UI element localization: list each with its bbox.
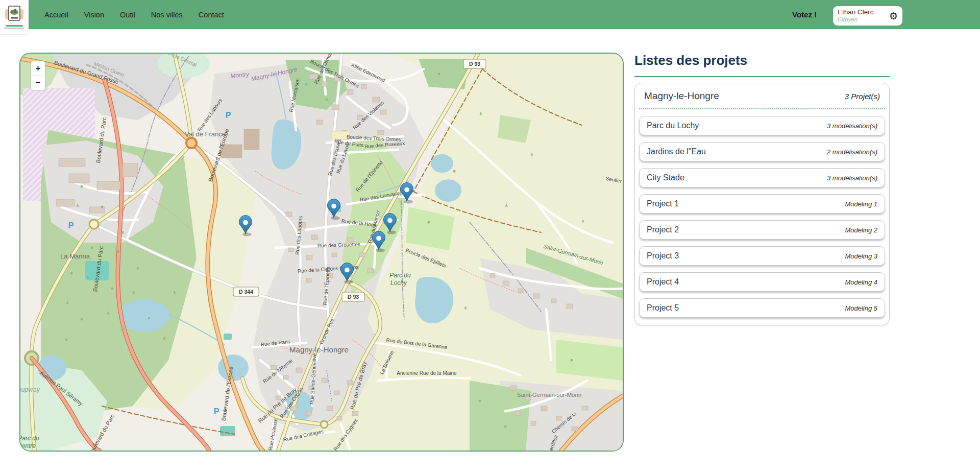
zoom-in-button[interactable]: + (31, 61, 45, 76)
map-label: Magny-le-Hongre (289, 345, 349, 354)
nav-item-accueil[interactable]: Accueil (44, 11, 68, 19)
project-row[interactable]: Project 5 Modeling 5 (639, 298, 885, 318)
project-row[interactable]: Parc du Lochy 3 modélisation(s) (639, 116, 885, 135)
project-row[interactable]: Jardins de l"Eau 2 modélisation(s) (639, 142, 885, 161)
parking-icon: P (214, 407, 219, 416)
project-name: Project 2 (647, 225, 679, 234)
project-name: Project 1 (647, 199, 679, 208)
project-name: Project 5 (647, 303, 679, 313)
project-meta: 2 modélisation(s) (827, 148, 877, 156)
project-name: Project 4 (647, 277, 679, 287)
map[interactable]: + − (19, 53, 624, 452)
project-meta: 3 modélisation(s) (827, 122, 877, 130)
map-label: Coupvray (20, 386, 40, 393)
nav-links: Accueil Vision Outil Nos villes Contact (44, 0, 224, 29)
parking-icon: P (68, 221, 74, 230)
map-label: Parc du (20, 435, 39, 442)
project-row[interactable]: Project 3 Modeling 3 (639, 246, 885, 266)
project-row[interactable]: Project 2 Modeling 2 (639, 220, 885, 240)
project-name: Jardins de l"Eau (647, 147, 706, 156)
project-meta: Modeling 3 (845, 252, 877, 260)
map-zoom-control: + − (31, 61, 45, 90)
project-row[interactable]: Project 4 Modeling 4 (639, 272, 885, 292)
user-name: Ethan Clerc (838, 8, 874, 16)
logo-tagline-bar (6, 25, 23, 27)
map-canvas: Boulevard du Grand Fossé Merlon Ouest Me… (20, 54, 623, 451)
map-label: Parc du (389, 272, 411, 279)
project-meta: 3 modélisation(s) (827, 174, 877, 182)
city-project-count: 3 Projet(s) (845, 92, 880, 101)
zoom-out-button[interactable]: − (31, 76, 45, 90)
app-logo[interactable] (0, 0, 29, 34)
nav-item-outil[interactable]: Outil (120, 11, 135, 19)
votez-link[interactable]: Votez ! (792, 0, 817, 29)
map-label: Ancienne Rue de la Mairie (397, 370, 457, 376)
logo-tagline-bar (4, 28, 24, 29)
road-ref-badge: D 93 (348, 294, 359, 300)
nav-item-vision[interactable]: Vision (84, 11, 104, 19)
map-label: Saint-Germain-sur-Morin (517, 392, 582, 398)
city-group-header[interactable]: Magny-le-Hongre 3 Projet(s) (639, 87, 885, 109)
city-name: Magny-le-Hongre (644, 90, 719, 102)
nav-item-contact[interactable]: Contact (199, 11, 224, 19)
project-meta: Modeling 5 (845, 304, 877, 312)
city-group-card: Magny-le-Hongre 3 Projet(s) Parc du Loch… (634, 83, 890, 325)
map-landuse (20, 54, 623, 451)
project-row[interactable]: Project 1 Modeling 1 (639, 194, 885, 214)
nav-item-nos-villes[interactable]: Nos villes (151, 11, 183, 19)
navbar: Accueil Vision Outil Nos villes Contact … (0, 0, 980, 29)
project-meta: Modeling 1 (845, 200, 877, 208)
project-row[interactable]: City Stade 3 modélisation(s) (639, 168, 885, 187)
project-name: Project 3 (647, 251, 679, 261)
project-name: Parc du Lochy (647, 121, 699, 130)
road-ref-badge: D 93 (469, 61, 480, 67)
user-info: Ethan Clerc Citoyen (838, 8, 874, 23)
title-underline (634, 76, 890, 77)
projects-panel: Listes des projets Magny-le-Hongre 3 Pro… (634, 53, 890, 325)
map-label: La Marina (60, 252, 90, 260)
page-title: Listes des projets (634, 53, 890, 68)
user-chip[interactable]: Ethan Clerc Citoyen ⚙ (833, 6, 902, 26)
project-meta: Modeling 4 (845, 278, 877, 286)
parking-icon: P (226, 111, 231, 120)
project-name: City Stade (647, 173, 684, 182)
map-label: Centre (20, 442, 36, 450)
road-ref-badge: D 344 (239, 289, 253, 295)
gear-icon[interactable]: ⚙ (889, 10, 898, 22)
logo-image (4, 5, 25, 23)
map-label: Val de France (185, 130, 226, 138)
map-label: Lochy (390, 279, 407, 287)
project-meta: Modeling 2 (845, 226, 877, 234)
user-role: Citoyen (838, 16, 874, 23)
